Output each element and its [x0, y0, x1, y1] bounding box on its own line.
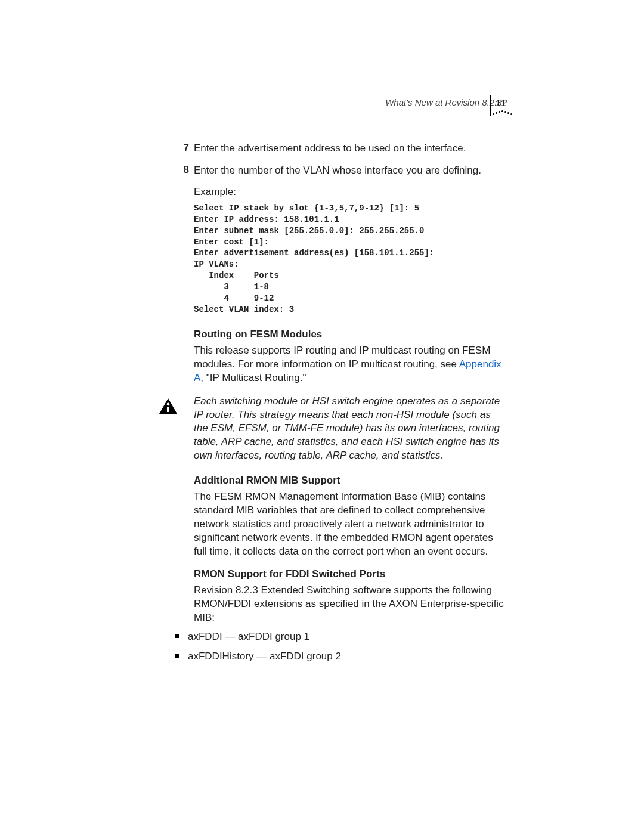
body-before-link: This release supports IP routing and IP … [194, 345, 490, 370]
list-item: axFDDIHistory — axFDDI group 2 [175, 648, 504, 664]
step-7: 7 Enter the advertisement address to be … [194, 142, 504, 156]
note-row: Each switching module or HSI switch engi… [194, 395, 504, 463]
step-8: 8 Enter the number of the VLAN whose int… [194, 164, 504, 178]
content-area: 7 Enter the advertisement address to be … [194, 142, 504, 668]
example-label: Example: [194, 186, 504, 198]
section-body-rmon-fddi: Revision 8.2.3 Extended Switching softwa… [194, 584, 504, 625]
step-text: Enter the advertisement address to be us… [194, 142, 466, 156]
step-number: 7 [175, 142, 189, 154]
step-text: Enter the number of the VLAN whose inter… [194, 164, 481, 178]
header-title: What's New at Revision 8.2.3? [385, 97, 507, 107]
section-body-routing: This release supports IP routing and IP … [194, 344, 504, 385]
list-item: axFDDI — axFDDI group 1 [175, 628, 504, 645]
note-text: Each switching module or HSI switch engi… [194, 395, 504, 463]
page-header: What's New at Revision 8.2.3? [385, 97, 507, 107]
decorative-dots-icon [493, 106, 509, 117]
page: What's New at Revision 8.2.3? 11 7 Enter… [0, 0, 644, 833]
bullet-list: axFDDI — axFDDI group 1 axFDDIHistory — … [175, 628, 504, 664]
header-vertical-rule [490, 95, 491, 116]
svg-rect-2 [167, 407, 169, 412]
body-after-link: , "IP Multicast Routing." [200, 372, 306, 383]
section-heading-routing: Routing on FESM Modules [194, 329, 504, 340]
step-number: 8 [175, 164, 189, 176]
info-triangle-icon [158, 396, 178, 416]
section-heading-rmon-fddi: RMON Support for FDDI Switched Ports [194, 568, 504, 580]
code-block: Select IP stack by slot {1-3,5,7,9-12} [… [194, 203, 504, 315]
svg-point-1 [167, 402, 170, 405]
section-body-rmon-mib: The FESM RMON Management Information Bas… [194, 490, 504, 559]
section-heading-rmon-mib: Additional RMON MIB Support [194, 475, 504, 487]
